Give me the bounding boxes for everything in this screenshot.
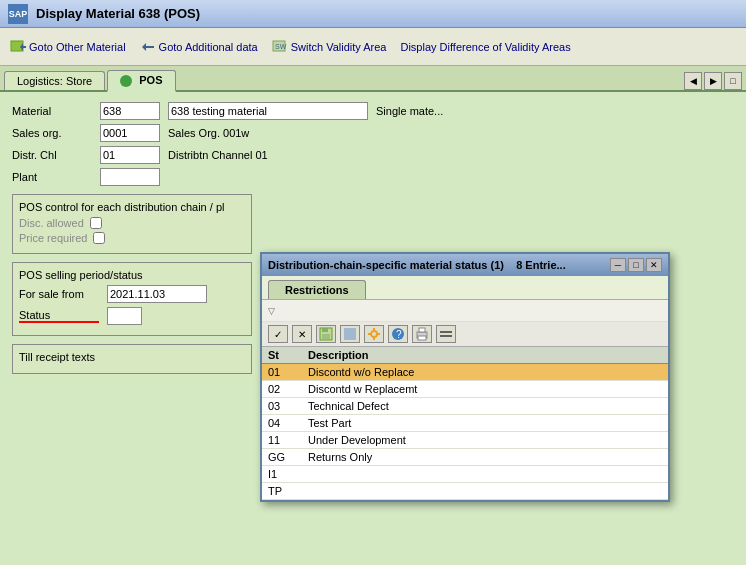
till-receipt-section: Till receipt texts: [12, 344, 252, 374]
goto-additional-data-icon: [140, 39, 156, 55]
for-sale-from-label: For sale from: [19, 288, 99, 300]
disc-allowed-row: Disc. allowed: [19, 217, 245, 229]
popup-multi-button[interactable]: [340, 325, 360, 343]
material-row: Material Single mate...: [12, 102, 734, 120]
svg-rect-11: [350, 334, 356, 340]
svg-rect-21: [418, 336, 426, 340]
main-content: Material Single mate... Sales org. Sales…: [0, 92, 746, 565]
svg-rect-6: [322, 328, 328, 332]
tab-expand-button[interactable]: □: [724, 72, 742, 90]
popup-maximize-button[interactable]: □: [628, 258, 644, 272]
restrictions-table: St Description 01 Discontd w/o Replace 0…: [262, 347, 668, 500]
popup-minimize-button[interactable]: ─: [610, 258, 626, 272]
svg-rect-22: [440, 331, 452, 333]
table-row[interactable]: 03 Technical Defect: [262, 398, 668, 415]
selling-period-section: POS selling period/status For sale from …: [12, 262, 252, 336]
pos-control-section: POS control for each distribution chain …: [12, 194, 252, 254]
tab-next-button[interactable]: ▶: [704, 72, 722, 90]
price-required-row: Price required: [19, 232, 245, 244]
price-required-label: Price required: [19, 232, 87, 244]
description-cell: Test Part: [302, 415, 668, 432]
description-cell: [302, 483, 668, 500]
popup-titlebar: Distribution-chain-specific material sta…: [262, 254, 668, 276]
svg-rect-9: [350, 328, 356, 334]
distr-chl-row: Distr. Chl Distribtn Channel 01: [12, 146, 734, 164]
material-label: Material: [12, 105, 92, 117]
st-cell: 11: [262, 432, 302, 449]
pos-tab-icon: [120, 75, 132, 87]
status-label: Status: [19, 309, 99, 323]
description-cell: [302, 466, 668, 483]
svg-rect-23: [440, 335, 452, 337]
goto-other-material-label: Goto Other Material: [29, 41, 126, 53]
popup-save-button[interactable]: [316, 325, 336, 343]
st-cell: TP: [262, 483, 302, 500]
sales-org-input[interactable]: [100, 124, 160, 142]
popup-tab-area: Restrictions: [262, 276, 668, 300]
popup-table-container: St Description 01 Discontd w/o Replace 0…: [262, 347, 668, 500]
svg-marker-2: [142, 43, 154, 51]
popup-confirm-button[interactable]: ✓: [268, 325, 288, 343]
popup-help-button[interactable]: ?: [388, 325, 408, 343]
svg-text:SW: SW: [275, 43, 287, 50]
popup-close-button[interactable]: ✕: [646, 258, 662, 272]
distr-chl-label: Distr. Chl: [12, 149, 92, 161]
popup-print-button[interactable]: [412, 325, 432, 343]
description-cell: Under Development: [302, 432, 668, 449]
goto-other-material-button[interactable]: Goto Other Material: [6, 37, 130, 57]
table-row[interactable]: TP: [262, 483, 668, 500]
description-cell: Discontd w/o Replace: [302, 364, 668, 381]
goto-additional-data-button[interactable]: Goto Additional data: [136, 37, 262, 57]
disc-allowed-checkbox[interactable]: [90, 217, 102, 229]
svg-rect-8: [344, 328, 350, 334]
st-cell: 04: [262, 415, 302, 432]
popup-dialog: Distribution-chain-specific material sta…: [260, 252, 670, 502]
goto-additional-data-label: Goto Additional data: [159, 41, 258, 53]
till-receipt-title: Till receipt texts: [19, 351, 245, 363]
disc-allowed-label: Disc. allowed: [19, 217, 84, 229]
table-row[interactable]: 04 Test Part: [262, 415, 668, 432]
table-row[interactable]: GG Returns Only: [262, 449, 668, 466]
material-input[interactable]: [100, 102, 160, 120]
st-cell: I1: [262, 466, 302, 483]
tab-nav-arrows: ◀ ▶ □: [684, 72, 742, 90]
status-input[interactable]: [107, 307, 142, 325]
st-cell: 01: [262, 364, 302, 381]
tab-prev-button[interactable]: ◀: [684, 72, 702, 90]
popup-tab-restrictions[interactable]: Restrictions: [268, 280, 366, 299]
material-desc-input[interactable]: [168, 102, 368, 120]
material-extra: Single mate...: [376, 105, 443, 117]
sales-org-desc: Sales Org. 001w: [168, 127, 249, 139]
col-st-header: St: [262, 347, 302, 364]
distr-chl-input[interactable]: [100, 146, 160, 164]
app-icon: SAP: [8, 4, 28, 24]
st-cell: 03: [262, 398, 302, 415]
table-row[interactable]: 01 Discontd w/o Replace: [262, 364, 668, 381]
plant-input[interactable]: [100, 168, 160, 186]
popup-more-button[interactable]: [436, 325, 456, 343]
for-sale-from-input[interactable]: [107, 285, 207, 303]
tab-pos[interactable]: POS: [107, 70, 175, 92]
switch-validity-area-button[interactable]: SW Switch Validity Area: [268, 37, 391, 57]
popup-cancel-button[interactable]: ✕: [292, 325, 312, 343]
status-row: Status: [19, 307, 245, 325]
st-cell: 02: [262, 381, 302, 398]
popup-settings-button[interactable]: [364, 325, 384, 343]
tab-bar: Logistics: Store POS ◀ ▶ □: [0, 66, 746, 92]
popup-title: Distribution-chain-specific material sta…: [268, 259, 566, 271]
price-required-checkbox[interactable]: [93, 232, 105, 244]
table-row[interactable]: 11 Under Development: [262, 432, 668, 449]
svg-point-12: [371, 331, 377, 337]
table-row[interactable]: 02 Discontd w Replacemt: [262, 381, 668, 398]
table-row[interactable]: I1: [262, 466, 668, 483]
display-difference-button[interactable]: Display Difference of Validity Areas: [396, 39, 574, 55]
display-difference-label: Display Difference of Validity Areas: [400, 41, 570, 53]
svg-rect-7: [322, 334, 330, 339]
goto-other-material-icon: [10, 39, 26, 55]
selling-period-title: POS selling period/status: [19, 269, 245, 281]
pos-control-title: POS control for each distribution chain …: [19, 201, 245, 213]
popup-filter-row: ▽: [262, 300, 668, 322]
filter-icon: ▽: [268, 306, 275, 316]
description-cell: Discontd w Replacemt: [302, 381, 668, 398]
tab-logistics-store[interactable]: Logistics: Store: [4, 71, 105, 90]
